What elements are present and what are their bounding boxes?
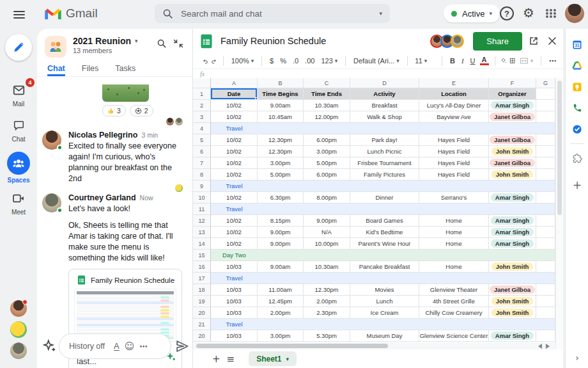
horizontal-scroll-buttons[interactable] [536,342,555,349]
sheet-cell[interactable]: 2.30pm [304,307,350,319]
space-avatar[interactable] [45,36,66,58]
column-header[interactable]: D [350,78,419,88]
recent-contact-avatar-3[interactable] [10,342,27,359]
sidebar-item-meet[interactable]: Meet [0,190,37,216]
apps-grid-icon[interactable] [546,9,557,18]
italic-button[interactable]: I [460,57,466,65]
all-sheets-icon[interactable]: ≡ [227,353,235,365]
sheet-cell[interactable]: Lunch [350,296,419,307]
status-selector[interactable]: Active ▾ [444,4,500,22]
column-header[interactable]: C [304,78,350,88]
sidebar-item-mail[interactable]: 4 Mail [0,82,37,108]
sidebar-item-chat[interactable]: Chat [0,117,37,143]
sheet-cell[interactable]: Family Pictures [350,169,419,180]
row-number[interactable]: 7 [193,157,211,169]
sheet-cell[interactable]: 10/02 [211,215,258,227]
sheet-cell[interactable]: 10.45am [258,111,304,123]
sheet-cell[interactable]: Activity [350,88,419,100]
integrations-sparkle-icon[interactable] [42,339,56,353]
redo-icon[interactable] [211,57,217,65]
sheet-cell[interactable] [536,192,555,204]
add-sheet-icon[interactable]: + [212,353,220,365]
chat-search-icon[interactable] [157,38,167,49]
sheet-cell[interactable]: 5.00pm [258,169,304,180]
row-number[interactable]: 21 [193,319,211,330]
sheet-cell[interactable]: 10.30am [304,261,350,273]
scroll-left-icon[interactable] [538,344,542,349]
section-row[interactable]: Travel [211,180,555,192]
sheet-cell[interactable]: Amar Singh [489,330,536,342]
sheet-cell[interactable]: Walk & Shop [350,111,419,123]
sheet-cell[interactable]: 9.00pm [258,227,304,238]
sheet-tab[interactable]: Sheet1 ▾ [249,351,297,366]
format-text-icon[interactable]: A [114,342,120,351]
search-options-caret-icon[interactable]: ▾ [379,10,382,17]
sheet-cell[interactable]: 9.00pm [258,238,304,250]
sheet-cell[interactable]: Time Begins [258,88,304,100]
sender-avatar[interactable] [42,131,61,150]
row-number[interactable]: 20 [193,307,211,319]
sheet-cell[interactable]: Frisbee Tournament [350,157,419,169]
sheet-cell[interactable]: Bayview Ave [419,111,489,123]
column-header[interactable]: F [489,78,536,88]
sheet-cell[interactable]: Amar Singh [489,238,536,250]
sheet-cell[interactable]: 12.30pm [258,146,304,157]
share-button[interactable]: Share [473,32,522,51]
sheet-cell[interactable]: 10/03 [211,296,258,307]
section-row[interactable]: Travel [211,204,555,215]
sheet-cell[interactable]: Hayes Field [419,157,489,169]
reaction-soccer-ball[interactable]: 2 [130,105,153,116]
sheet-cell[interactable]: 2.00pm [258,307,304,319]
sheet-cell[interactable]: Pancake Breakfast [350,261,419,273]
sheet-cell[interactable]: Parent's Wine Hour [350,238,419,250]
sheet-cell[interactable]: 10/02 [211,146,258,157]
compose-button[interactable] [5,34,32,61]
sheet-cell[interactable]: 10/03 [211,330,258,342]
sheet-cell[interactable]: Movies [350,284,419,296]
row-number[interactable]: 10 [193,192,211,204]
sheet-cell[interactable] [536,134,555,146]
sheet-cell[interactable]: Serrano's [419,192,489,204]
increase-decimal-button[interactable]: .00 [303,57,316,65]
sheet-cell[interactable]: Glenview Science Center [419,330,489,342]
sheet-cell[interactable]: Chilly Cow Creamery [419,307,489,319]
sheet-cell[interactable]: Hayes Field [419,146,489,157]
sheet-cell[interactable]: 10/03 [211,261,258,273]
sheet-cell[interactable]: 4th Street Grille [419,296,489,307]
sheet-cell[interactable]: Board Games [350,215,419,227]
font-size-select[interactable]: 11▾ [413,57,436,65]
calendar-icon[interactable]: 31 [566,34,588,55]
sheet-cell[interactable]: 10/03 [211,307,258,319]
column-header[interactable]: E [419,78,489,88]
sheet-cell[interactable]: Ice Cream [350,307,419,319]
scroll-right-icon[interactable] [546,344,550,349]
sheet-cell[interactable]: Hayes Field [419,169,489,180]
space-title[interactable]: 2021 Reunion ▾ [73,36,153,46]
underline-button[interactable]: U [468,57,477,65]
format-currency-button[interactable]: $ [268,57,275,65]
sheet-cell[interactable]: John Smith [489,307,536,319]
sheet-cell[interactable]: Janet Gilboa [489,111,536,123]
sheet-cell[interactable]: Breakfast [350,100,419,111]
undo-icon[interactable] [202,57,208,65]
search-bar[interactable]: Search mail and chat ▾ [155,4,390,23]
zoom-select[interactable]: 100%▾ [229,57,256,65]
recent-contact-avatar-2[interactable] [10,321,27,338]
sheet-cell[interactable]: 5.30pm [304,330,350,342]
row-number[interactable]: 19 [193,296,211,307]
sheet-cell[interactable]: Museum Day [350,330,419,342]
sheet-cell[interactable]: Amar Singh [489,227,536,238]
sheet-cell[interactable] [536,238,555,250]
format-percent-button[interactable]: % [278,57,288,65]
sheet-cell[interactable]: 2.00pm [304,296,350,307]
decrease-decimal-button[interactable]: .0 [291,57,300,65]
sheet-cell[interactable]: 10.30am [304,100,350,111]
text-color-button[interactable]: A [480,56,489,65]
row-number[interactable]: 2 [193,100,211,111]
sheet-cell[interactable]: 12.45pm [258,296,304,307]
section-row[interactable]: Travel [211,273,555,284]
column-header[interactable]: A [211,78,258,88]
open-in-new-icon[interactable] [529,36,539,46]
row-number[interactable]: 1 [193,88,211,100]
section-row[interactable]: Travel [211,319,555,330]
